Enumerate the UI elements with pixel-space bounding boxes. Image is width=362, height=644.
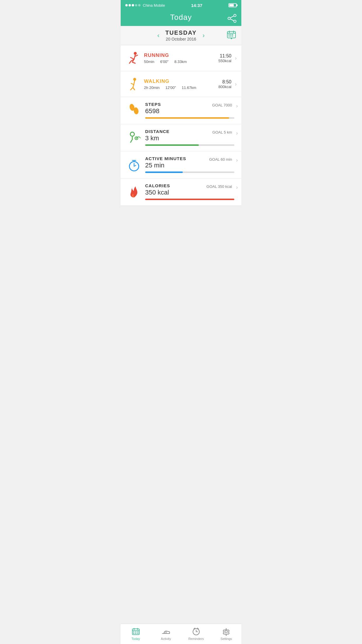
- day-label: TUESDAY: [165, 29, 197, 36]
- running-time: 11:50: [218, 53, 231, 59]
- calories-value: 350 kcal: [145, 189, 234, 196]
- running-name: RUNNING: [144, 52, 216, 58]
- running-stats: 50min 6'00" 8.33km: [144, 60, 216, 64]
- svg-marker-15: [230, 38, 233, 39]
- calories-row[interactable]: CALORIES 350 kcal GOAL 350 kcal ›: [121, 178, 241, 206]
- distance-chevron: ›: [236, 130, 238, 136]
- prev-day-button[interactable]: ‹: [152, 32, 165, 39]
- svg-rect-14: [232, 36, 233, 36]
- distance-icon: [125, 129, 143, 146]
- svg-line-18: [131, 57, 134, 59]
- activities-section: RUNNING 50min 6'00" 8.33km 11:50 550kcal…: [121, 45, 241, 97]
- calories-progress-fill: [145, 199, 234, 200]
- calories-chevron: ›: [236, 184, 238, 190]
- steps-goal: GOAL 7000: [212, 103, 232, 107]
- svg-point-1: [234, 20, 236, 22]
- steps-icon: [125, 102, 143, 119]
- steps-value: 6598: [145, 107, 234, 115]
- header-title: Today: [170, 13, 192, 22]
- status-bar: China Mobile 14:37: [121, 0, 241, 10]
- svg-line-21: [135, 55, 138, 56]
- svg-rect-13: [230, 36, 231, 36]
- next-day-button[interactable]: ›: [197, 32, 210, 39]
- active-minutes-chevron: ›: [236, 157, 238, 163]
- running-row[interactable]: RUNNING 50min 6'00" 8.33km 11:50 550kcal…: [121, 45, 241, 71]
- active-minutes-row[interactable]: ACTIVE MINUTES 25 min GOAL 60 min ›: [121, 151, 241, 178]
- svg-line-29: [131, 88, 133, 90]
- distance-row[interactable]: DISTANCE 3 km GOAL 5 km ›: [121, 124, 241, 151]
- running-distance: 8.33km: [174, 60, 187, 64]
- calories-goal: GOAL 350 kcal: [206, 184, 232, 189]
- svg-line-27: [133, 85, 134, 88]
- distance-value: 3 km: [145, 134, 234, 142]
- steps-progress-fill: [145, 117, 229, 119]
- header: Today: [121, 10, 241, 26]
- walking-name: WALKING: [144, 78, 216, 84]
- walking-chevron: ›: [235, 81, 237, 87]
- svg-line-25: [134, 81, 135, 85]
- date-nav: ‹ TUESDAY 20 October 2016 ›: [121, 26, 241, 45]
- carrier-label: China Mobile: [143, 3, 165, 8]
- svg-line-23: [129, 61, 131, 63]
- active-minutes-progress-bg: [145, 172, 234, 173]
- status-time: 14:37: [191, 3, 202, 8]
- active-minutes-value: 25 min: [145, 162, 234, 169]
- calendar-button[interactable]: [226, 30, 237, 41]
- distance-progress-bg: [145, 144, 234, 146]
- date-label: 20 October 2016: [165, 37, 197, 41]
- battery-icon: [229, 3, 237, 7]
- walking-icon: [125, 76, 142, 92]
- svg-point-2: [228, 17, 230, 20]
- svg-line-20: [132, 62, 135, 63]
- fire-icon: [125, 183, 143, 201]
- svg-line-4: [230, 19, 234, 21]
- timer-icon: [125, 156, 143, 174]
- svg-point-0: [234, 14, 236, 17]
- active-minutes-progress-fill: [145, 172, 183, 173]
- svg-point-24: [133, 78, 136, 81]
- walking-info: WALKING 2h 20min 12'00" 11.67km: [142, 78, 218, 90]
- active-minutes-goal: GOAL 60 min: [209, 157, 232, 162]
- walking-row[interactable]: WALKING 2h 20min 12'00" 11.67km 8:50 800…: [121, 71, 241, 97]
- walking-time-section: 8:50 800kcal: [218, 79, 231, 89]
- svg-point-16: [134, 52, 137, 55]
- distance-progress-fill: [145, 144, 199, 146]
- calories-progress-bg: [145, 199, 234, 200]
- running-icon: [125, 50, 142, 66]
- svg-line-3: [230, 16, 234, 18]
- metrics-section: STEPS 6598 GOAL 7000 › DISTANCE 3 km: [121, 97, 241, 206]
- running-pace: 6'00": [160, 60, 168, 64]
- walking-distance: 11.67km: [182, 85, 196, 90]
- running-info: RUNNING 50min 6'00" 8.33km: [142, 52, 218, 64]
- svg-rect-9: [229, 34, 230, 35]
- svg-line-34: [131, 139, 132, 142]
- running-chevron: ›: [235, 55, 237, 61]
- walking-duration: 2h 20min: [144, 85, 159, 90]
- svg-line-17: [134, 55, 135, 59]
- steps-chevron: ›: [236, 103, 238, 109]
- svg-rect-10: [230, 34, 231, 35]
- steps-progress-bg: [145, 117, 234, 119]
- running-kcal: 550kcal: [218, 59, 231, 63]
- walking-time: 8:50: [218, 79, 231, 85]
- svg-rect-11: [232, 34, 233, 35]
- steps-row[interactable]: STEPS 6598 GOAL 7000 ›: [121, 97, 241, 124]
- running-duration: 50min: [144, 60, 154, 64]
- distance-goal: GOAL 5 km: [212, 130, 232, 134]
- walking-stats: 2h 20min 12'00" 11.67km: [144, 85, 216, 90]
- walking-pace: 12'00": [165, 85, 176, 90]
- svg-rect-12: [229, 36, 230, 36]
- svg-point-32: [130, 132, 134, 136]
- walking-kcal: 800kcal: [218, 85, 231, 89]
- signal-dots: [125, 4, 140, 6]
- share-button[interactable]: [227, 14, 237, 23]
- running-time-section: 11:50 550kcal: [218, 53, 231, 63]
